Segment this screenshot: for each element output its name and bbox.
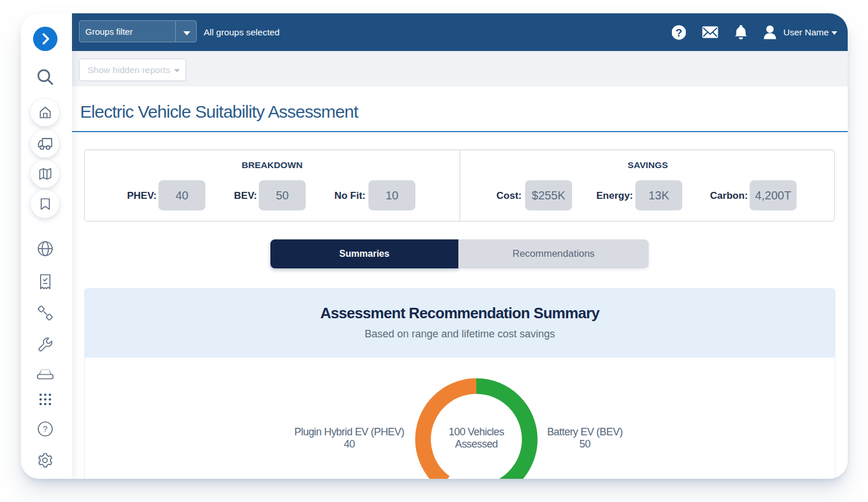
svg-text:?: ?	[675, 27, 682, 39]
svg-text:?: ?	[43, 424, 48, 434]
